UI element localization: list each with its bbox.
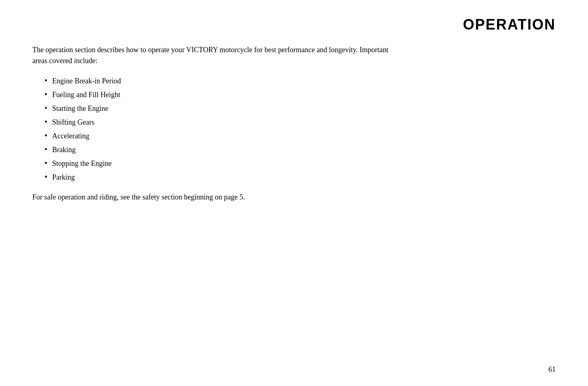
bullet-list: Engine Break-in PeriodFueling and Fill H… (32, 74, 556, 184)
list-item: Parking (44, 170, 556, 184)
list-item: Braking (44, 142, 556, 156)
list-item: Fueling and Fill Height (44, 87, 556, 101)
footer-text: For safe operation and riding, see the s… (32, 192, 396, 203)
intro-paragraph: The operation section describes how to o… (32, 45, 396, 66)
list-item: Stopping the Engine (44, 156, 556, 170)
list-item: Accelerating (44, 129, 556, 142)
list-item: Shifting Gears (44, 115, 556, 129)
list-item: Starting the Engine (44, 101, 556, 115)
page-title: OPERATION (32, 16, 556, 33)
page-container: OPERATION The operation section describe… (0, 0, 588, 386)
list-item: Engine Break-in Period (44, 74, 556, 87)
page-number: 61 (548, 365, 556, 374)
